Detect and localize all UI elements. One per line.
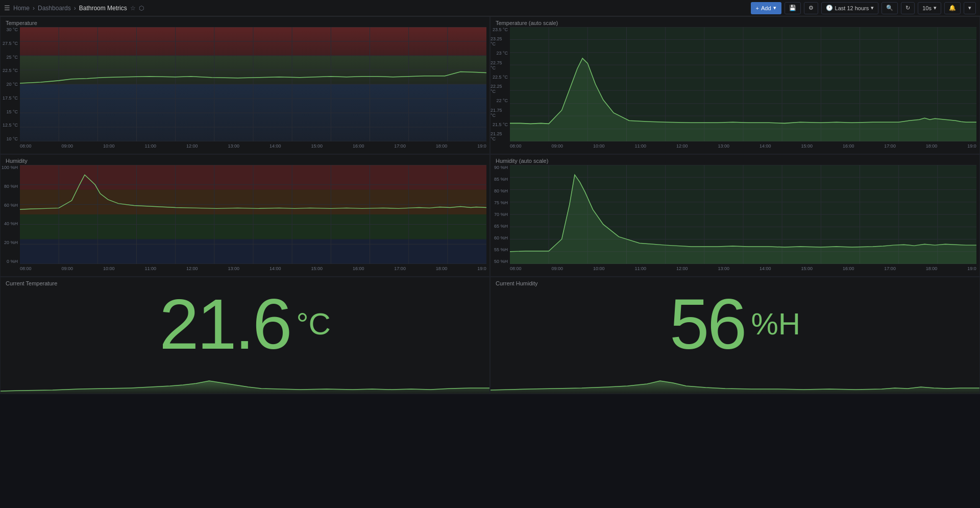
current-humidity-panel: Current Humidity 56 %H [490,277,980,394]
current-humidity-spark-svg [491,371,979,394]
current-humidity-sparkline [491,371,979,394]
temperature-panel: Temperature 30 °C 27.5 °C 25 °C 22.5 °C … [0,16,490,154]
temp-x-axis: 08:00 09:00 10:00 11:00 12:00 13:00 14:0… [20,141,486,154]
x-label-2: 10:00 [103,143,115,149]
refresh-rate-chevron-icon: ▾ [934,5,937,11]
y-auto-label-9: 21.25 °C [491,131,508,141]
current-temp-value: 21.6 °C [1,277,489,371]
temp-chart-area [20,27,486,141]
add-button[interactable]: + Add ▾ [751,2,781,14]
save-dashboard-button[interactable]: 💾 [785,2,801,14]
alert-icon: 🔔 [949,5,956,11]
current-humidity-unit: %H [751,309,801,340]
current-temp-spark-svg [1,371,489,394]
current-temp-number: 21.6 [159,288,290,360]
temp-auto-y-axis: 23.5 °C 23.25 °C 23 °C 22.75 °C 22.5 °C … [491,27,510,141]
y-label-temp-2: 25 °C [6,55,18,60]
humidity-auto-panel: Humidity (auto scale) 90 %H 85 %H 80 %H … [490,154,980,277]
humidity-x-axis: 08:00 09:00 10:00 11:00 12:00 13:00 14:0… [20,264,486,276]
zoom-out-button[interactable]: 🔍 [881,2,898,14]
y-auto-label-0: 23.5 °C [493,27,508,32]
gear-icon: ⚙ [808,5,814,11]
y-auto-label-6: 22 °C [496,98,508,103]
x-label-11: 19:0 [477,143,486,149]
y-auto-label-7: 21.75 °C [491,108,508,118]
svg-marker-88 [491,381,979,394]
humidity-chart-area [20,165,486,264]
x-label-7: 15:00 [311,143,323,149]
humidity-chart-svg [20,165,486,264]
y-auto-label-1: 23.25 °C [491,36,508,46]
x-label-1: 09:00 [61,143,73,149]
current-humidity-spark-line [491,381,979,390]
y-h-label-3: 40 %H [4,221,18,226]
y-label-temp-6: 15 °C [6,109,18,114]
breadcrumb-sep-2: › [74,5,76,12]
y-auto-label-5: 22.25 °C [491,84,508,94]
refresh-button[interactable]: ↻ [901,2,915,14]
breadcrumb-home[interactable]: Home [13,5,30,12]
temp-auto-x-axis: 08:00 09:00 10:00 11:00 12:00 13:00 14:0… [510,141,976,154]
svg-marker-87 [1,381,489,394]
time-range-button[interactable]: 🕐 Last 12 hours ▾ [821,2,879,14]
nav-left: ☰ Home › Dashboards › Bathroom Metrics ☆… [4,4,747,12]
dashboard-grid: Temperature 30 °C 27.5 °C 25 °C 22.5 °C … [0,16,980,508]
current-temp-unit: °C [297,309,331,340]
alert-button[interactable]: 🔔 [944,2,961,14]
time-range-chevron-icon: ▾ [871,5,874,11]
temperature-auto-panel: Temperature (auto scale) 23.5 °C 23.25 °… [490,16,980,154]
star-icon[interactable]: ☆ [130,5,136,12]
y-label-temp-7: 12.5 °C [3,123,18,128]
temp-auto-chart-svg [510,27,976,141]
y-auto-label-3: 22.75 °C [491,60,508,70]
x-label-10: 18:00 [436,143,448,149]
add-chevron-icon: ▾ [773,5,776,11]
y-label-temp-3: 22.5 °C [3,68,18,73]
humidity-auto-y-axis: 90 %H 85 %H 80 %H 75 %H 70 %H 65 %H 60 %… [491,165,510,264]
temperature-auto-panel-title: Temperature (auto scale) [496,20,558,26]
time-range-label: Last 12 hours [835,5,869,11]
temp-auto-chart-area [510,27,976,141]
y-h-label-4: 20 %H [4,240,18,245]
temp-y-axis: 30 °C 27.5 °C 25 °C 22.5 °C 20 °C 17.5 °… [1,27,20,141]
current-humidity-title: Current Humidity [496,280,538,286]
y-label-temp-4: 20 °C [6,82,18,87]
x-label-5: 13:00 [228,143,239,149]
humidity-auto-chart-svg [510,165,976,264]
refresh-rate-button[interactable]: 10s ▾ [918,2,941,14]
refresh-rate-label: 10s [922,5,932,11]
y-auto-label-8: 21.5 °C [493,122,508,127]
y-label-temp-0: 30 °C [6,27,18,32]
x-label-0: 08:00 [20,143,32,149]
breadcrumb-dashboards[interactable]: Dashboards [38,5,71,12]
hamburger-icon[interactable]: ☰ [4,4,10,12]
more-button[interactable]: ▾ [964,2,976,14]
nav-right: + Add ▾ 💾 ⚙ 🕐 Last 12 hours ▾ 🔍 ↻ 10s ▾ … [751,2,976,14]
y-auto-label-4: 22.5 °C [493,75,508,80]
y-h-label-1: 80 %H [4,184,18,189]
current-humidity-value: 56 %H [491,277,979,371]
y-auto-label-2: 23 °C [496,51,508,56]
humidity-auto-panel-title: Humidity (auto scale) [496,158,548,164]
current-humidity-number: 56 [670,288,745,360]
settings-button[interactable]: ⚙ [804,2,818,14]
x-label-3: 11:00 [144,143,156,149]
y-label-temp-8: 10 °C [6,136,18,141]
top-navigation: ☰ Home › Dashboards › Bathroom Metrics ☆… [0,0,980,16]
temp-chart-svg [20,27,486,141]
share-icon[interactable]: ⬡ [139,5,144,12]
humidity-panel-title: Humidity [6,158,28,164]
breadcrumb-current: Bathroom Metrics [79,5,127,12]
x-label-9: 17:00 [394,143,406,149]
breadcrumb-sep-1: › [33,5,35,12]
humidity-auto-chart-area [510,165,976,264]
y-h-label-2: 60 %H [4,203,18,208]
y-h-label-5: 0 %H [7,259,18,264]
zoom-out-icon: 🔍 [886,5,893,11]
humidity-panel: Humidity 100 %H 80 %H 60 %H 40 %H 20 %H … [0,154,490,277]
clock-icon: 🕐 [826,5,833,11]
refresh-icon: ↻ [905,5,910,11]
humidity-y-axis: 100 %H 80 %H 60 %H 40 %H 20 %H 0 %H [1,165,20,264]
add-icon: + [756,5,759,11]
y-h-label-0: 100 %H [2,165,18,170]
